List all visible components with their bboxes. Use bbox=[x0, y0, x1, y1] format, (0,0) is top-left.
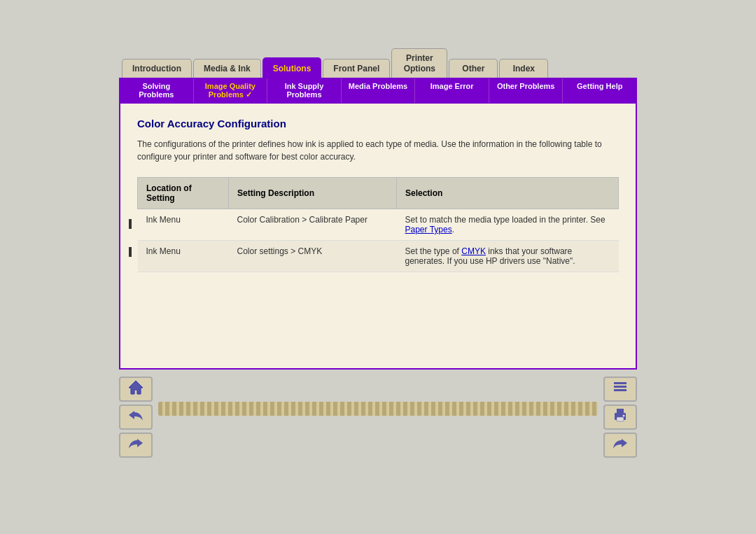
bottom-decorative-strip bbox=[158, 402, 598, 416]
tab-other[interactable]: Other bbox=[449, 59, 498, 78]
main-container: Introduction Media & Ink Solutions Front… bbox=[119, 48, 637, 458]
table-row: Ink Menu Color settings > CMYK Set the t… bbox=[138, 240, 619, 272]
col-header-description: Setting Description bbox=[229, 177, 397, 209]
paper-types-link[interactable]: Paper Types bbox=[405, 225, 452, 234]
tab-media-ink[interactable]: Media & Ink bbox=[193, 59, 261, 78]
page-title: Color Accuracy Configuration bbox=[137, 118, 619, 129]
config-table: Location ofSetting Setting Description S… bbox=[137, 177, 619, 272]
back-button[interactable] bbox=[119, 405, 153, 430]
subtab-other-problems[interactable]: Other Problems bbox=[489, 78, 564, 103]
list-button[interactable] bbox=[603, 377, 637, 402]
table-row: Ink Menu Color Calibration > Calibrate P… bbox=[138, 209, 619, 240]
right-nav-buttons bbox=[603, 377, 637, 458]
list-icon bbox=[612, 380, 628, 398]
forward-left-button[interactable] bbox=[119, 433, 153, 458]
tab-printer-options[interactable]: Printer Options bbox=[391, 48, 447, 78]
row2-location: Ink Menu bbox=[138, 240, 229, 272]
print-icon bbox=[612, 407, 629, 426]
tab-solutions[interactable]: Solutions bbox=[262, 57, 322, 78]
subtab-getting-help[interactable]: Getting Help bbox=[563, 78, 636, 103]
subtab-image-quality[interactable]: Image Quality Problems ✓ bbox=[194, 78, 268, 103]
svg-rect-3 bbox=[614, 389, 626, 391]
tab-front-panel[interactable]: Front Panel bbox=[323, 59, 390, 78]
config-table-wrapper: Location ofSetting Setting Description S… bbox=[137, 177, 619, 272]
back-arrow-icon bbox=[127, 408, 144, 426]
top-tab-bar: Introduction Media & Ink Solutions Front… bbox=[119, 48, 637, 78]
home-icon bbox=[127, 379, 144, 398]
home-button[interactable] bbox=[119, 377, 153, 402]
svg-rect-6 bbox=[617, 417, 624, 421]
svg-rect-5 bbox=[617, 409, 624, 414]
svg-rect-2 bbox=[614, 386, 626, 388]
next-button[interactable] bbox=[603, 433, 637, 458]
forward-left-icon bbox=[127, 436, 144, 454]
bottom-nav bbox=[119, 377, 637, 458]
svg-marker-0 bbox=[129, 381, 143, 394]
next-icon bbox=[612, 436, 629, 454]
print-button[interactable] bbox=[603, 405, 637, 430]
svg-rect-1 bbox=[614, 382, 626, 384]
row1-location: Ink Menu bbox=[138, 209, 229, 240]
side-marker-1 bbox=[129, 219, 132, 229]
row2-selection: Set the type of CMYK inks that your soft… bbox=[397, 240, 619, 272]
subtab-image-error[interactable]: Image Error bbox=[415, 78, 489, 103]
tab-introduction[interactable]: Introduction bbox=[122, 59, 192, 78]
subtab-solving-problems[interactable]: Solving Problems bbox=[120, 78, 194, 103]
subtab-media-problems[interactable]: Media Problems bbox=[342, 78, 416, 103]
content-area: Color Accuracy Configuration The configu… bbox=[119, 104, 637, 370]
row1-description: Color Calibration > Calibrate Paper bbox=[229, 209, 397, 240]
sub-tab-bar: Solving Problems Image Quality Problems … bbox=[119, 78, 637, 104]
row1-selection: Set to match the media type loaded in th… bbox=[397, 209, 619, 240]
tab-index[interactable]: Index bbox=[499, 59, 548, 78]
cmyk-link[interactable]: CMYK bbox=[461, 246, 486, 256]
left-nav-buttons bbox=[119, 377, 153, 458]
svg-point-7 bbox=[623, 415, 625, 417]
content-description: The configurations of the printer define… bbox=[137, 138, 619, 163]
col-header-location: Location ofSetting bbox=[138, 177, 229, 209]
col-header-selection: Selection bbox=[397, 177, 619, 209]
subtab-ink-supply[interactable]: Ink Supply Problems bbox=[267, 78, 342, 103]
row2-description: Color settings > CMYK bbox=[229, 240, 397, 272]
side-marker-2 bbox=[129, 247, 132, 257]
